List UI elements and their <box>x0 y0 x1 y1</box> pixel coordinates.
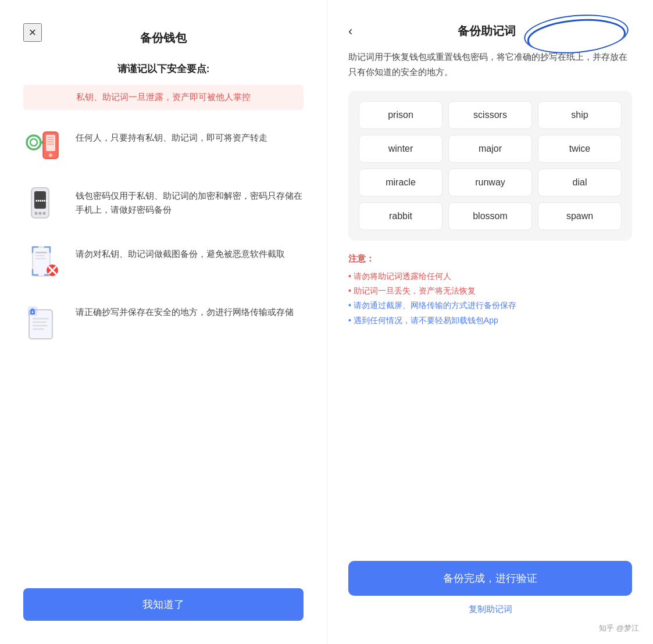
notice-item-2: • 助记词一旦丢失，资产将无法恢复 <box>348 284 632 298</box>
svg-point-17 <box>39 212 42 215</box>
svg-rect-33 <box>33 318 49 320</box>
svg-rect-10 <box>47 141 54 142</box>
mnemonic-word-12: spawn <box>538 202 622 230</box>
mnemonic-grid: prisonscissorsshipwintermajortwicemiracl… <box>348 91 632 241</box>
svg-rect-34 <box>33 321 47 323</box>
right-description: 助记词用于恢复钱包或重置钱包密码，将它准确的抄写在纸上，并存放在只有你知道的安全… <box>348 49 632 79</box>
svg-text:••••••: •••••• <box>35 198 48 204</box>
svg-rect-23 <box>35 255 45 256</box>
mnemonic-word-2: scissors <box>448 101 532 129</box>
mnemonic-word-1: prison <box>359 101 443 129</box>
verify-button[interactable]: 备份完成，进行验证 <box>348 561 632 596</box>
feature-item-2: •••••• 钱包密码仅用于私钥、助记词的加密和解密，密码只存储在手机上，请做好… <box>23 185 304 227</box>
mnemonic-word-8: runway <box>448 169 532 196</box>
svg-rect-36 <box>33 328 44 330</box>
svg-point-12 <box>49 153 52 157</box>
right-title: 备份助记词 <box>362 23 611 39</box>
left-subtitle: 请谨记以下安全要点: <box>23 62 304 76</box>
mnemonic-word-9: dial <box>538 169 622 196</box>
left-title: 备份钱包 <box>23 30 304 46</box>
mnemonic-word-5: major <box>448 135 532 163</box>
notice-section: 注意： • 请勿将助记词透露给任何人• 助记词一旦丢失，资产将无法恢复• 请勿通… <box>348 253 632 328</box>
notice-title: 注意： <box>348 253 632 264</box>
feature-text-1: 任何人，只要持有私钥、助记词，即可将资产转走 <box>76 127 267 145</box>
feature-text-4: 请正确抄写并保存在安全的地方，勿进行网络传输或存储 <box>76 302 294 319</box>
svg-point-32 <box>32 312 34 313</box>
feature-text-2: 钱包密码仅用于私钥、助记词的加密和解密，密码只存储在手机上，请做好密码备份 <box>76 185 304 217</box>
feature-list: 任何人，只要持有私钥、助记词，即可将资产转走 •••••• <box>23 127 304 565</box>
feature-item-1: 任何人，只要持有私钥、助记词，即可将资产转走 <box>23 127 304 169</box>
svg-rect-22 <box>35 252 47 253</box>
svg-rect-11 <box>47 144 54 145</box>
mnemonic-word-4: winter <box>359 135 443 163</box>
right-header: ‹ 备份助记词 <box>348 23 632 39</box>
notice-item-3: • 请勿通过截屏、网络传输的方式进行备份保存 <box>348 298 632 313</box>
write-save-icon <box>23 302 65 344</box>
mnemonic-word-10: rabbit <box>359 202 443 230</box>
svg-point-16 <box>35 212 38 215</box>
feature-item-4: 请正确抄写并保存在安全的地方，勿进行网络传输或存储 <box>23 302 304 344</box>
feature-item-3: 请勿对私钥、助记词做截图备份，避免被恶意软件截取 <box>23 244 304 285</box>
warning-banner: 私钥、助记词一旦泄露，资产即可被他人掌控 <box>23 85 304 110</box>
watermark: 知乎 @梦江 <box>599 623 639 634</box>
svg-rect-9 <box>47 139 54 140</box>
acknowledge-button[interactable]: 我知道了 <box>23 588 304 621</box>
left-panel: × 备份钱包 请谨记以下安全要点: 私钥、助记词一旦泄露，资产即可被他人掌控 <box>0 0 327 644</box>
back-button[interactable]: ‹ <box>348 24 352 39</box>
svg-rect-8 <box>47 137 54 138</box>
feature-text-3: 请勿对私钥、助记词做截图备份，避免被恶意软件截取 <box>76 244 285 261</box>
mnemonic-word-7: miracle <box>359 169 443 196</box>
svg-point-1 <box>30 139 37 146</box>
notice-item-4: • 遇到任何情况，请不要轻易卸载钱包App <box>348 313 632 328</box>
copy-mnemonic-link[interactable]: 复制助记词 <box>348 604 632 615</box>
svg-rect-24 <box>35 258 46 259</box>
svg-point-18 <box>43 212 46 215</box>
svg-rect-35 <box>33 325 48 327</box>
mnemonic-word-3: ship <box>538 101 622 129</box>
svg-point-0 <box>27 135 41 149</box>
mnemonic-word-11: blossom <box>448 202 532 230</box>
phone-lock-icon: •••••• <box>23 185 65 227</box>
notice-items: • 请勿将助记词透露给任何人• 助记词一旦丢失，资产将无法恢复• 请勿通过截屏、… <box>348 269 632 328</box>
right-panel: ‹ 备份助记词 助记词用于恢复钱包或重置钱包密码，将它准确的抄写在纸上，并存放在… <box>327 0 653 644</box>
screenshot-forbidden-icon <box>23 244 65 285</box>
key-phone-icon <box>23 127 65 169</box>
mnemonic-word-6: twice <box>538 135 622 163</box>
notice-item-1: • 请勿将助记词透露给任何人 <box>348 269 632 284</box>
